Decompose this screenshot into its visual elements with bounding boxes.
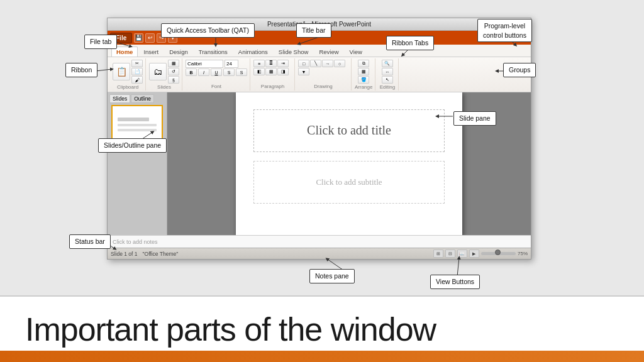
slideshow-button[interactable]: ▶: [469, 250, 479, 258]
slide-thumb-content: [115, 115, 159, 134]
thumb-line-2: [118, 129, 157, 131]
status-right: ⊞ ⊟ 📖 ▶ 75%: [433, 250, 528, 258]
annotation-groups: Groups: [503, 63, 536, 77]
editing-group-label: Editing: [380, 84, 395, 90]
clipboard-group-label: Clipboard: [117, 84, 138, 90]
shape-arrow[interactable]: →: [322, 60, 333, 67]
zoom-slider[interactable]: [481, 252, 516, 255]
align-center-button[interactable]: ▦: [265, 68, 277, 75]
slides-group-label: Slides: [157, 84, 171, 90]
ribbon-group-slides: 🗂 ▦ ↺ § Slides: [147, 58, 182, 90]
status-left: Slide 1 of 1 "Office Theme": [111, 251, 178, 257]
ribbon-group-paragraph: ≡ ≣ ⇥ ◧ ▦ ◨ Paragraph: [251, 58, 295, 90]
slide-title-placeholder[interactable]: Click to add title: [253, 109, 445, 152]
shape-more[interactable]: ▼: [298, 68, 309, 75]
qat-save-icon[interactable]: 💾: [134, 33, 143, 43]
ribbon-tab-insert[interactable]: Insert: [138, 47, 164, 57]
font-group-label: Font: [211, 84, 221, 89]
page-title: Important parts of the window: [25, 310, 436, 348]
reset-button[interactable]: ↺: [168, 68, 179, 75]
ribbon-tab-view[interactable]: View: [345, 47, 367, 57]
underline-button[interactable]: U: [211, 69, 222, 76]
indent-button[interactable]: ⇥: [277, 60, 289, 67]
arrange-group-label: Arrange: [355, 84, 372, 90]
annotation-slide-pane: Slide pane: [453, 111, 496, 126]
annotation-qat: Quick Access Toolbar (QAT): [161, 23, 255, 38]
qat-undo-icon[interactable]: ↩: [145, 33, 155, 43]
shape-fill-button[interactable]: 🪣: [358, 76, 369, 84]
bold-button[interactable]: B: [186, 69, 197, 76]
annotation-ribbon: Ribbon: [65, 63, 97, 77]
align-right-button[interactable]: ◨: [277, 68, 289, 75]
strikethrough-button[interactable]: S: [223, 69, 235, 76]
slides-outline-tabs: Slides Outline: [109, 94, 165, 103]
paragraph-group-label: Paragraph: [261, 84, 284, 89]
ribbon-group-clipboard: 📋 ✂ 📄 🖌 Clipboard: [110, 58, 146, 90]
annotation-title-bar: Title bar: [296, 23, 331, 38]
drawing-group-label: Drawing: [314, 84, 332, 89]
slide-title-text: Click to add title: [307, 123, 391, 138]
slide-area: Presentation1 - Microsoft PowerPoint ─ □…: [0, 0, 644, 295]
annotation-file-tab: File tab: [84, 35, 117, 49]
slide-subtitle-text: Click to add subtitle: [316, 177, 382, 187]
ribbon-tab-review[interactable]: Review: [314, 47, 343, 57]
replace-button[interactable]: ↔: [382, 68, 393, 75]
format-painter-button[interactable]: 🖌: [131, 76, 143, 84]
zoom-percentage: 75%: [518, 251, 528, 256]
reading-view-button[interactable]: 📖: [457, 250, 467, 258]
annotation-ribbon-tabs: Ribbon Tabs: [386, 36, 434, 50]
paste-button[interactable]: 📋: [113, 63, 130, 80]
annotation-status-bar: Status bar: [69, 234, 111, 249]
cut-button[interactable]: ✂: [131, 60, 143, 67]
arrange-button[interactable]: ⧉: [358, 60, 369, 67]
bullets-button[interactable]: ≡: [253, 60, 265, 67]
ribbon-group-arrange: ⧉ ▦ 🪣 Arrange: [352, 58, 375, 90]
ribbon-tab-design[interactable]: Design: [164, 47, 193, 57]
theme-status: "Office Theme": [143, 251, 179, 257]
annotation-slides-outline: Slides/Outline pane: [98, 138, 167, 153]
ribbon-tab-animations[interactable]: Animations: [233, 47, 273, 57]
accent-bar: [0, 351, 644, 362]
notes-placeholder-text: Click to add notes: [113, 239, 158, 245]
slides-outline-panel: Slides Outline 1: [108, 92, 167, 235]
shape-rect[interactable]: □: [298, 60, 309, 67]
status-bar: Slide 1 of 1 "Office Theme" ⊞ ⊟ 📖 ▶ 75%: [108, 248, 531, 259]
ribbon-bar: 📋 ✂ 📄 🖌 Clipboard 🗂 ▦: [108, 57, 531, 92]
shape-oval[interactable]: ○: [334, 60, 345, 67]
normal-view-button[interactable]: ⊞: [433, 250, 443, 258]
svg-line-11: [457, 258, 459, 277]
ribbon-group-editing: 🔍 ↔ ↖ Editing: [376, 58, 399, 90]
ppt-inner: Presentation1 - Microsoft PowerPoint ─ □…: [107, 18, 531, 260]
new-slide-button[interactable]: 🗂: [149, 63, 167, 80]
slides-tab[interactable]: Slides: [109, 94, 130, 103]
slide-subtitle-placeholder[interactable]: Click to add subtitle: [253, 161, 445, 204]
italic-button[interactable]: I: [198, 69, 209, 76]
quick-styles-button[interactable]: ▦: [358, 68, 369, 75]
thumb-title-line: [118, 118, 149, 121]
shadow-button[interactable]: S: [236, 69, 247, 76]
zoom-thumb: [495, 250, 501, 255]
ribbon-tab-transitions[interactable]: Transitions: [194, 47, 233, 57]
select-button[interactable]: ↖: [382, 76, 393, 84]
section-button[interactable]: §: [168, 76, 179, 84]
slide-sorter-button[interactable]: ⊟: [445, 250, 455, 258]
notes-bar[interactable]: Click to add notes: [108, 235, 531, 248]
thumb-line-1: [118, 124, 157, 126]
font-size-dropdown[interactable]: 24: [225, 60, 238, 68]
align-left-button[interactable]: ◧: [253, 68, 265, 75]
shape-line[interactable]: ╲: [310, 60, 321, 67]
find-button[interactable]: 🔍: [382, 60, 393, 67]
annotation-program-controls: Program-levelcontrol buttons: [477, 19, 532, 42]
ribbon-tab-slideshow[interactable]: Slide Show: [274, 47, 314, 57]
font-family-dropdown[interactable]: Calibri: [186, 60, 223, 68]
ribbon-group-drawing: □ ╲ → ○ ▼ Drawing: [296, 58, 352, 90]
numbering-button[interactable]: ≣: [265, 60, 277, 67]
slide-count-status: Slide 1 of 1: [111, 251, 138, 257]
ribbon-group-font: Calibri 24 B I U S S Font: [183, 58, 250, 90]
copy-button[interactable]: 📄: [131, 68, 143, 75]
layout-button[interactable]: ▦: [168, 60, 179, 67]
slide-canvas[interactable]: Click to add title Click to add subtitle: [236, 92, 462, 235]
ppt-window: Presentation1 - Microsoft PowerPoint ─ □…: [107, 18, 531, 260]
bottom-title-area: Important parts of the window: [0, 295, 644, 362]
outline-tab[interactable]: Outline: [131, 94, 154, 103]
